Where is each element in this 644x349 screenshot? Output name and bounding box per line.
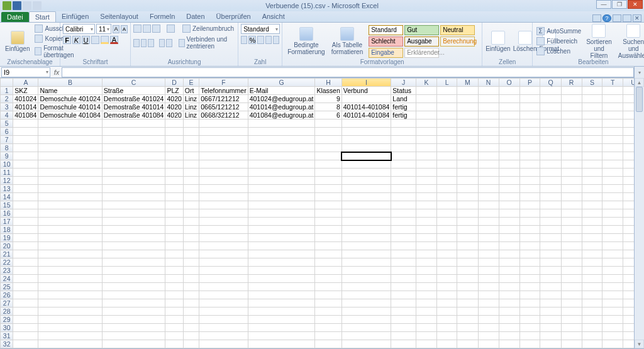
cell[interactable]: Demostraße 401084 xyxy=(102,111,165,119)
cell[interactable] xyxy=(248,234,315,242)
cell[interactable] xyxy=(13,299,38,307)
cell[interactable] xyxy=(165,283,183,291)
col-header[interactable]: O xyxy=(499,79,519,87)
cell[interactable] xyxy=(199,136,248,144)
cell[interactable] xyxy=(478,258,499,267)
cell[interactable] xyxy=(391,340,416,348)
cell[interactable] xyxy=(457,275,478,283)
row-header[interactable]: 24 xyxy=(1,275,13,283)
cell[interactable] xyxy=(478,111,499,119)
cell[interactable] xyxy=(582,103,602,111)
border-icon[interactable] xyxy=(91,36,99,44)
cell[interactable] xyxy=(582,324,602,332)
cell[interactable] xyxy=(519,267,540,275)
cell[interactable] xyxy=(582,275,602,283)
cell[interactable] xyxy=(561,242,582,250)
cell[interactable] xyxy=(602,226,623,234)
cell[interactable] xyxy=(102,267,165,275)
cell[interactable] xyxy=(341,283,391,291)
cell[interactable] xyxy=(602,193,623,201)
cell[interactable] xyxy=(478,291,499,299)
cell[interactable] xyxy=(391,201,416,209)
cell[interactable] xyxy=(519,87,540,95)
cell[interactable]: 0665/121212 xyxy=(199,103,248,111)
cell[interactable] xyxy=(540,299,561,307)
col-header[interactable]: L xyxy=(436,79,457,87)
cell[interactable] xyxy=(248,119,315,128)
cell[interactable]: 401014-401084 xyxy=(341,103,391,111)
cell[interactable] xyxy=(499,169,519,177)
cell[interactable] xyxy=(38,193,102,201)
style-chip[interactable]: Standard xyxy=(369,25,403,35)
cell[interactable] xyxy=(248,299,315,307)
cell[interactable] xyxy=(499,209,519,218)
cell[interactable]: Demoschule 401024 xyxy=(38,95,102,103)
cell[interactable] xyxy=(582,144,602,152)
cell[interactable] xyxy=(499,332,519,340)
col-header[interactable]: P xyxy=(519,79,540,87)
cell[interactable] xyxy=(341,267,391,275)
cell[interactable] xyxy=(602,324,623,332)
row-header[interactable]: 22 xyxy=(1,258,13,267)
undo-icon[interactable] xyxy=(23,1,31,10)
cell[interactable] xyxy=(602,160,623,169)
redo-icon[interactable] xyxy=(33,1,42,10)
cell[interactable] xyxy=(13,128,38,136)
cell[interactable] xyxy=(478,136,499,144)
cell[interactable] xyxy=(499,234,519,242)
cell[interactable] xyxy=(519,340,540,348)
spreadsheet-grid[interactable]: ABCDEFGHIJKLMNOPQRSTU1SKZNameStraßePLZOr… xyxy=(0,78,644,349)
cell[interactable] xyxy=(540,185,561,193)
cell[interactable] xyxy=(519,332,540,340)
cell[interactable] xyxy=(165,119,183,128)
cell[interactable] xyxy=(183,283,199,291)
cell[interactable] xyxy=(13,324,38,332)
cell[interactable] xyxy=(38,242,102,250)
cell[interactable] xyxy=(391,209,416,218)
cell[interactable] xyxy=(183,242,199,250)
cell[interactable] xyxy=(519,177,540,185)
cell[interactable] xyxy=(183,144,199,152)
cell[interactable]: Telefonnummer xyxy=(199,87,248,95)
col-header[interactable]: T xyxy=(602,79,623,87)
cell[interactable] xyxy=(478,250,499,258)
col-header[interactable]: R xyxy=(561,79,582,87)
cell[interactable] xyxy=(341,185,391,193)
cell[interactable]: 401014 xyxy=(13,103,38,111)
style-chip[interactable]: Berechnung xyxy=(440,36,475,47)
cell[interactable] xyxy=(436,209,457,218)
cell[interactable] xyxy=(165,160,183,169)
scroll-down-icon[interactable]: ▼ xyxy=(635,340,644,348)
cell[interactable] xyxy=(102,324,165,332)
cell[interactable] xyxy=(13,332,38,340)
cell[interactable] xyxy=(13,201,38,209)
cell[interactable] xyxy=(457,193,478,201)
cell[interactable] xyxy=(582,250,602,258)
cell[interactable] xyxy=(315,316,341,324)
cell[interactable] xyxy=(582,258,602,267)
orientation-icon[interactable] xyxy=(167,25,175,33)
cell[interactable] xyxy=(199,316,248,324)
cell[interactable] xyxy=(457,103,478,111)
cell[interactable] xyxy=(561,103,582,111)
cell[interactable] xyxy=(248,128,315,136)
cell[interactable] xyxy=(38,299,102,307)
cell[interactable] xyxy=(341,119,391,128)
cell[interactable] xyxy=(416,144,437,152)
cell[interactable] xyxy=(499,177,519,185)
cell[interactable] xyxy=(519,307,540,316)
cell[interactable] xyxy=(561,209,582,218)
cell[interactable] xyxy=(416,299,437,307)
cell[interactable] xyxy=(341,258,391,267)
scroll-thumb-v[interactable] xyxy=(636,87,643,112)
cell[interactable]: Linz xyxy=(183,103,199,111)
col-header[interactable]: Q xyxy=(540,79,561,87)
cell[interactable] xyxy=(248,332,315,340)
cell[interactable] xyxy=(540,201,561,209)
cell[interactable] xyxy=(391,242,416,250)
row-header[interactable]: 16 xyxy=(1,209,13,218)
cell[interactable] xyxy=(199,119,248,128)
cell[interactable] xyxy=(499,283,519,291)
cell[interactable] xyxy=(582,136,602,144)
paste-button[interactable]: Einfügen xyxy=(3,30,32,53)
